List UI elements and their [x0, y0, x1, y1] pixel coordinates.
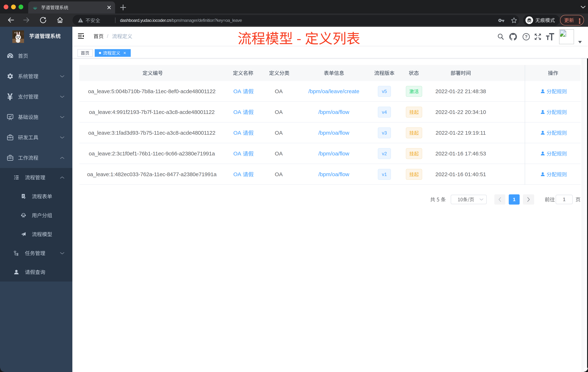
svg-text:?: ? — [525, 34, 528, 39]
